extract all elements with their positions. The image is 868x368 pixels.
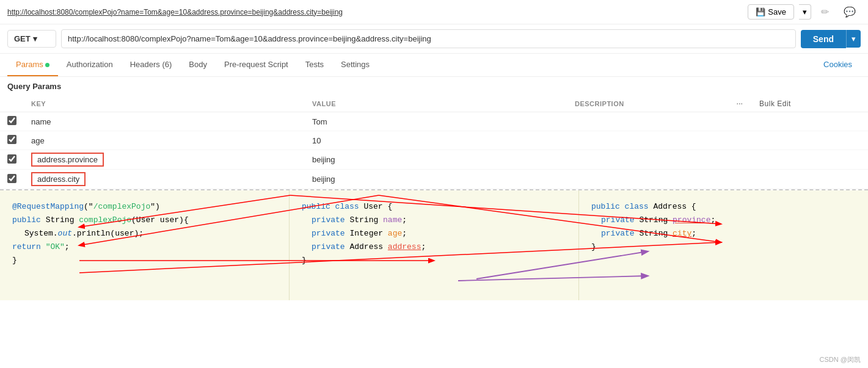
row-checkbox[interactable] (7, 135, 16, 144)
row-actions-cell (728, 150, 752, 170)
table-row: address.provincebeijing (0, 150, 868, 170)
row-description-cell (567, 170, 728, 189)
save-icon: 💾 (756, 7, 765, 16)
edit-icon: ✏ (821, 7, 829, 17)
row-value-cell: beijing (305, 170, 567, 189)
row-key-cell: name (24, 112, 305, 131)
controller-panel: @RequestMapping("/complexPojo") public S… (0, 190, 290, 300)
send-button[interactable]: Send (801, 30, 846, 48)
row-description-cell (567, 150, 728, 170)
row-checkbox[interactable] (7, 154, 16, 164)
request-tabs: Params Authorization Headers (6) Body Pr… (0, 54, 868, 77)
code-line: private String province; (591, 214, 856, 227)
table-row: nameTom (0, 112, 868, 131)
code-line: @RequestMapping("/complexPojo") (12, 200, 277, 214)
table-row: age10 (0, 131, 868, 150)
row-check-cell (0, 131, 24, 150)
code-line: public class Address { (591, 200, 856, 214)
row-actions-cell (728, 112, 752, 131)
code-line: } (302, 254, 566, 267)
row-checkbox[interactable] (7, 116, 16, 125)
top-bar-url: http://localhost:8080/complexPojo?name=T… (7, 8, 748, 16)
table-row: address.citybeijing (0, 170, 868, 189)
top-bar-actions: 💾 Save ▾ ✏ 💬 (748, 4, 861, 20)
url-input[interactable] (61, 29, 796, 48)
params-dot (45, 63, 49, 67)
col-key: KEY (24, 96, 305, 112)
code-line: private String city; (591, 227, 856, 240)
code-line: return "OK"; (12, 240, 277, 254)
row-value-cell: 10 (305, 131, 567, 150)
row-value-cell: Tom (305, 112, 567, 131)
tab-settings[interactable]: Settings (332, 54, 378, 76)
send-button-group: Send ▾ (801, 30, 861, 48)
row-description-cell (567, 131, 728, 150)
row-check-cell (0, 150, 24, 170)
tab-tests[interactable]: Tests (297, 54, 332, 76)
save-button[interactable]: 💾 Save (748, 4, 794, 20)
row-check-cell (0, 170, 24, 189)
code-line: private Integer age; (302, 227, 566, 240)
col-bulk-edit[interactable]: Bulk Edit (752, 96, 868, 112)
params-table: KEY VALUE DESCRIPTION ··· Bulk Edit name… (0, 96, 868, 189)
query-params-label: Query Params (0, 77, 868, 96)
top-bar: http://localhost:8080/complexPojo?name=T… (0, 0, 868, 24)
row-actions-cell (728, 170, 752, 189)
tab-headers[interactable]: Headers (6) (122, 54, 181, 76)
tab-authorization[interactable]: Authorization (58, 54, 122, 76)
user-class-panel: public class User { private String name;… (290, 190, 579, 300)
save-dropdown-button[interactable]: ▾ (799, 4, 811, 20)
comment-icon: 💬 (844, 7, 856, 17)
code-line: public String complexPojo(User user){ (12, 214, 277, 227)
page-wrapper: http://localhost:8080/complexPojo?name=T… (0, 0, 868, 300)
comment-button[interactable]: 💬 (839, 4, 861, 20)
code-line: } (591, 240, 856, 254)
row-actions-cell (728, 131, 752, 150)
code-line: public class User { (302, 200, 566, 214)
col-value: VALUE (305, 96, 567, 112)
code-panels: @RequestMapping("/complexPojo") public S… (0, 190, 868, 300)
row-check-cell (0, 112, 24, 131)
col-description: DESCRIPTION (567, 96, 728, 112)
tab-prerequest[interactable]: Pre-request Script (216, 54, 297, 76)
col-check (0, 96, 24, 112)
row-key-cell: age (24, 131, 305, 150)
method-chevron-icon: ▾ (33, 34, 37, 43)
code-line: } (12, 254, 277, 267)
row-description-cell (567, 112, 728, 131)
tab-body[interactable]: Body (180, 54, 216, 76)
code-line: System.out.println(user); (12, 227, 277, 240)
row-checkbox[interactable] (7, 174, 16, 183)
edit-button[interactable]: ✏ (816, 4, 834, 20)
code-line: private String name; (302, 214, 566, 227)
code-line: private Address address; (302, 240, 566, 254)
send-dropdown-button[interactable]: ▾ (846, 30, 861, 48)
method-select[interactable]: GET ▾ (7, 30, 56, 48)
tab-params[interactable]: Params (7, 54, 58, 76)
tab-cookies[interactable]: Cookies (815, 54, 861, 76)
row-key-cell: address.city (24, 170, 305, 189)
method-label: GET (14, 34, 31, 43)
row-key-cell: address.province (24, 150, 305, 170)
url-bar: GET ▾ Send ▾ (0, 24, 868, 54)
row-value-cell: beijing (305, 150, 567, 170)
address-class-panel: public class Address { private String pr… (579, 190, 868, 300)
col-actions: ··· (728, 96, 752, 112)
annotation-text: @RequestMapping (12, 202, 84, 211)
